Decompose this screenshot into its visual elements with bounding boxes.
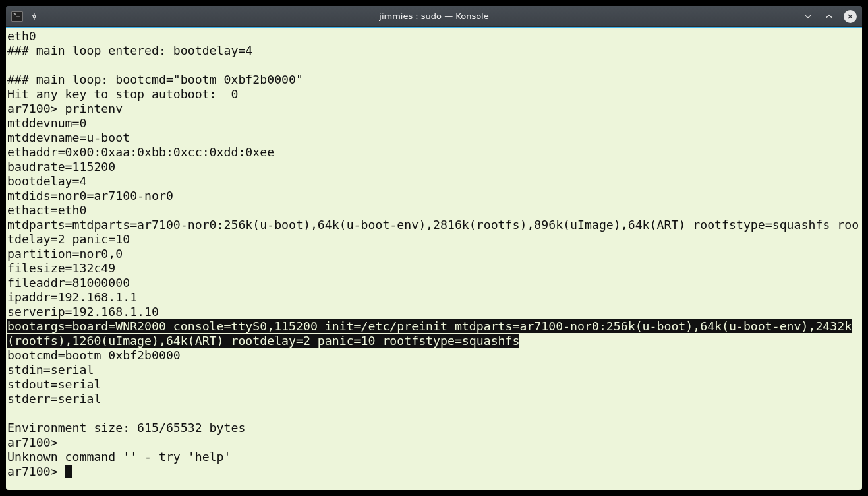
terminal-line: mtdids=nor0=ar7100-nor0 [7,189,861,203]
maximize-button[interactable] [823,10,836,23]
titlebar-left [11,11,39,22]
konsole-window: jimmies : sudo — Konsole eth0### main_lo… [6,6,862,490]
titlebar[interactable]: jimmies : sudo — Konsole [6,6,862,27]
terminal-line: stdout=serial [7,377,861,392]
terminal-line: ### main_loop entered: bootdelay=4 [7,44,861,58]
terminal-line: Environment size: 615/65532 bytes [7,421,861,435]
terminal-line: partition=nor0,0 [7,247,861,261]
terminal-line: ar7100> printenv [7,102,861,116]
terminal-line: Unknown command '' - try 'help' [7,450,861,464]
terminal-line: ar7100> [7,464,861,479]
terminal-line: ### main_loop: bootcmd="bootm 0xbf2b0000… [7,73,861,87]
terminal-line [7,406,861,421]
terminal-line: filesize=132c49 [7,261,861,276]
terminal-line: stderr=serial [7,392,861,406]
terminal-app-icon [11,11,23,22]
terminal-output[interactable]: eth0### main_loop entered: bootdelay=4 #… [6,28,862,490]
terminal-line: Hit any key to stop autoboot: 0 [7,87,861,102]
terminal-line: bootargs=board=WNR2000 console=ttyS0,115… [7,319,861,348]
terminal-line: mtddevnum=0 [7,116,861,131]
selected-text: bootargs=board=WNR2000 console=ttyS0,115… [7,319,852,348]
window-controls [801,10,857,23]
terminal-line: ipaddr=192.168.1.1 [7,290,861,305]
terminal-line: baudrate=115200 [7,160,861,174]
window-title: jimmies : sudo — Konsole [379,11,488,21]
terminal-line: mtddevname=u-boot [7,131,861,145]
terminal-line: mtdparts=mtdparts=ar7100-nor0:256k(u-boo… [7,218,861,247]
minimize-button[interactable] [801,10,815,23]
terminal-line: serverip=192.168.1.10 [7,305,861,319]
terminal-line: stdin=serial [7,363,861,377]
pin-icon[interactable] [30,12,39,21]
terminal-line: ethact=eth0 [7,203,861,218]
terminal-line: ethaddr=0x00:0xaa:0xbb:0xcc:0xdd:0xee [7,145,861,160]
terminal-line: bootdelay=4 [7,174,861,189]
terminal-line [7,58,861,73]
cursor [65,465,72,478]
terminal-line: bootcmd=bootm 0xbf2b0000 [7,348,861,363]
terminal-line: fileaddr=81000000 [7,276,861,290]
terminal-line: eth0 [7,29,861,44]
close-button[interactable] [844,10,857,23]
terminal-line: ar7100> [7,435,861,450]
